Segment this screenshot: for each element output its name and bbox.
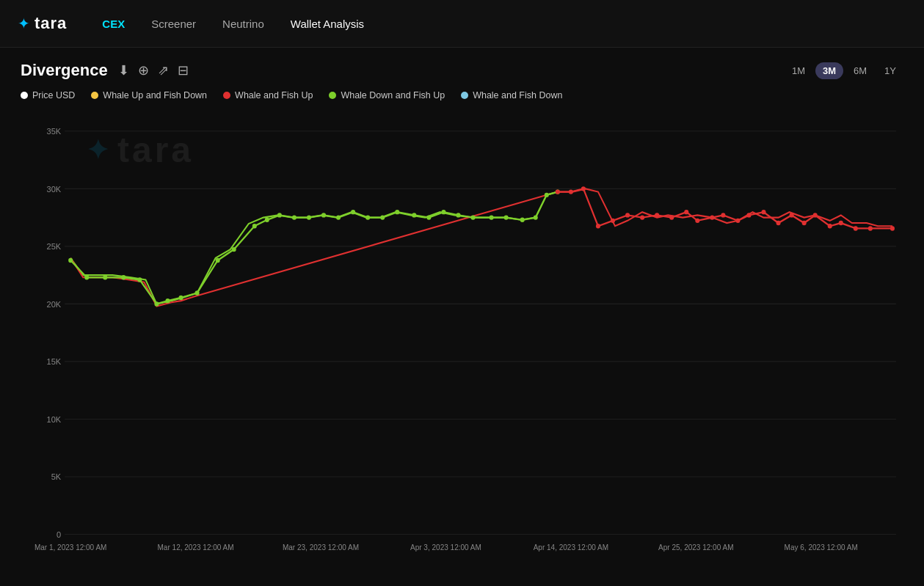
- time-btn-1m[interactable]: 1M: [785, 62, 812, 79]
- svg-point-17: [195, 290, 200, 295]
- logo: ✦ tara: [18, 14, 67, 33]
- svg-point-64: [854, 226, 858, 230]
- svg-point-48: [640, 215, 644, 219]
- svg-point-61: [813, 213, 818, 217]
- time-btn-1y[interactable]: 1Y: [877, 62, 903, 79]
- svg-point-56: [746, 213, 751, 217]
- download-icon[interactable]: ⬇: [118, 62, 129, 78]
- svg-point-49: [655, 213, 659, 217]
- svg-point-9: [68, 258, 73, 263]
- legend-whale-fish-up: Whale and Fish Up: [223, 90, 313, 100]
- svg-point-50: [669, 215, 674, 219]
- svg-point-20: [252, 224, 257, 228]
- navbar: ✦ tara CEX Screener Neutrino Wallet Anal…: [0, 0, 924, 48]
- x-label-mar12: Mar 12, 2023 12:00 AM: [158, 543, 234, 551]
- legend-dot-whale-fish-up: [223, 92, 230, 99]
- legend-label-whale-up-fish-down: Whale Up and Fish Down: [103, 90, 207, 100]
- y-label-20k: 20K: [47, 299, 62, 308]
- svg-point-63: [839, 221, 843, 225]
- logo-star-icon: ✦: [18, 15, 30, 32]
- legend-whale-down-fish-up: Whale Down and Fish Up: [329, 90, 445, 100]
- svg-point-66: [890, 226, 895, 230]
- legend-dot-whale-up-fish-down: [91, 92, 98, 99]
- svg-point-14: [154, 301, 159, 306]
- time-btn-3m[interactable]: 3M: [815, 62, 843, 79]
- y-label-25k: 25K: [47, 242, 62, 251]
- svg-point-15: [165, 299, 170, 303]
- svg-point-31: [412, 213, 416, 217]
- x-label-apr14: Apr 14, 2023 12:00 AM: [534, 543, 608, 551]
- svg-point-55: [735, 219, 740, 223]
- svg-point-27: [351, 210, 355, 214]
- x-label-mar23: Mar 23, 2023 12:00 AM: [283, 543, 359, 551]
- svg-point-33: [441, 210, 445, 214]
- svg-point-13: [137, 277, 142, 282]
- svg-point-25: [321, 213, 326, 217]
- svg-point-40: [545, 193, 549, 197]
- svg-point-34: [456, 213, 460, 217]
- legend-dot-price: [21, 92, 28, 99]
- svg-point-60: [802, 221, 807, 225]
- svg-point-42: [556, 189, 560, 194]
- legend-label-whale-fish-up: Whale and Fish Up: [235, 90, 313, 100]
- chart-title-row: Divergence ⬇ ⊕ ⇗ ⊟: [21, 61, 189, 80]
- y-label-0: 0: [57, 530, 61, 538]
- time-btn-6m[interactable]: 6M: [846, 62, 874, 79]
- svg-point-28: [365, 215, 370, 219]
- svg-point-11: [103, 275, 107, 279]
- svg-point-44: [581, 186, 586, 191]
- svg-point-35: [471, 215, 476, 219]
- svg-point-30: [395, 210, 399, 214]
- x-label-mar1: Mar 1, 2023 12:00 AM: [34, 543, 107, 551]
- svg-point-36: [490, 215, 494, 219]
- svg-rect-0: [21, 108, 903, 567]
- x-label-apr25: Apr 25, 2023 12:00 AM: [658, 543, 733, 551]
- y-label-35k: 35K: [47, 127, 62, 136]
- svg-point-52: [695, 219, 699, 223]
- legend-price-usd: Price USD: [21, 90, 75, 100]
- legend-label-whale-down-fish-up: Whale Down and Fish Up: [341, 90, 445, 100]
- nav-wallet-analysis[interactable]: Wallet Analysis: [291, 18, 364, 30]
- x-label-may6: May 6, 2023 12:00 AM: [785, 543, 858, 551]
- chart-title: Divergence: [21, 61, 108, 80]
- svg-point-32: [426, 215, 431, 219]
- chart-header: Divergence ⬇ ⊕ ⇗ ⊟ 1M 3M 6M 1Y: [21, 61, 903, 80]
- svg-point-37: [504, 215, 509, 219]
- legend: Price USD Whale Up and Fish Down Whale a…: [21, 90, 903, 100]
- share-icon[interactable]: ⇗: [158, 62, 169, 78]
- add-icon[interactable]: ⊕: [138, 62, 149, 78]
- chart-svg: 35K 30K 25K 20K 15K 10K 5K 0 Mar 1, 2023…: [21, 108, 903, 567]
- info-icon[interactable]: ⊟: [178, 62, 189, 78]
- legend-whale-up-fish-down: Whale Up and Fish Down: [91, 90, 207, 100]
- svg-point-18: [216, 258, 220, 263]
- nav-neutrino[interactable]: Neutrino: [222, 18, 264, 30]
- svg-point-65: [868, 226, 873, 230]
- y-label-30k: 30K: [47, 184, 62, 193]
- svg-point-47: [625, 213, 630, 217]
- svg-point-16: [179, 296, 183, 300]
- svg-point-62: [828, 224, 832, 228]
- svg-point-39: [534, 215, 538, 219]
- y-label-15k: 15K: [47, 357, 62, 366]
- legend-label-price: Price USD: [32, 90, 75, 100]
- svg-point-21: [265, 218, 269, 222]
- legend-dot-whale-fish-down: [461, 92, 468, 99]
- svg-point-46: [611, 219, 615, 223]
- nav-screener[interactable]: Screener: [151, 18, 196, 30]
- svg-point-58: [776, 221, 781, 225]
- main-content: Divergence ⬇ ⊕ ⇗ ⊟ 1M 3M 6M 1Y Price USD…: [0, 48, 924, 586]
- header-icons: ⬇ ⊕ ⇗ ⊟: [118, 62, 189, 78]
- logo-text: tara: [34, 14, 67, 33]
- legend-dot-whale-down-fish-up: [329, 92, 336, 99]
- svg-point-51: [684, 210, 688, 214]
- svg-point-59: [790, 213, 794, 217]
- nav-links: CEX Screener Neutrino Wallet Analysis: [102, 18, 364, 30]
- svg-point-23: [292, 215, 297, 219]
- legend-label-whale-fish-down: Whale and Fish Down: [473, 90, 562, 100]
- svg-point-54: [721, 213, 725, 217]
- nav-cex[interactable]: CEX: [102, 18, 125, 30]
- time-buttons: 1M 3M 6M 1Y: [785, 62, 903, 79]
- svg-point-19: [232, 247, 236, 252]
- y-label-5k: 5K: [51, 472, 62, 481]
- svg-point-57: [762, 210, 766, 214]
